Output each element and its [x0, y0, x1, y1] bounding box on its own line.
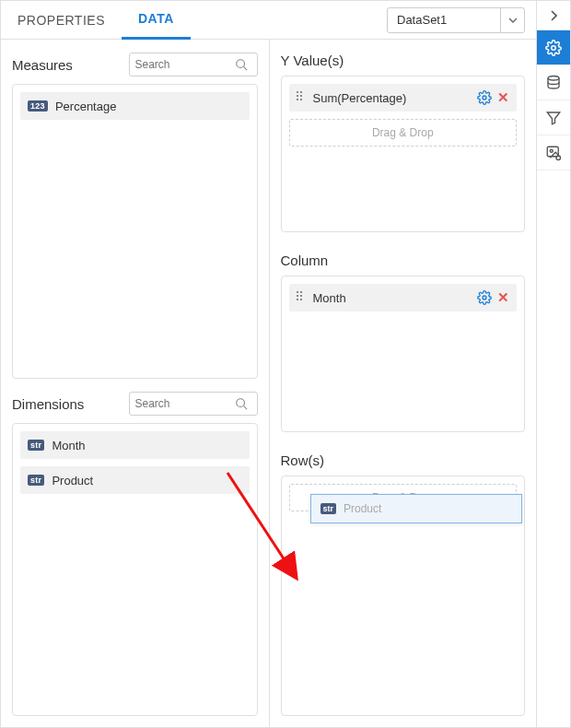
chevron-down-icon [500, 8, 524, 32]
svg-point-5 [483, 296, 486, 299]
measures-search[interactable] [129, 53, 258, 76]
rows-title: Row(s) [281, 452, 325, 468]
type-badge-string: str [28, 440, 44, 451]
image-gear-icon [545, 145, 562, 161]
dimensions-header: Dimensions [12, 392, 258, 416]
main-panel: PROPERTIES DATA DataSet1 Measures [1, 1, 537, 727]
measure-item[interactable]: 123 Percentage [20, 92, 250, 120]
filter-icon [545, 110, 562, 126]
svg-point-2 [236, 399, 244, 407]
yvalue-label: Sum(Percentage) [313, 91, 471, 105]
dimensions-search[interactable] [129, 392, 258, 416]
rail-image-settings-button[interactable] [537, 135, 570, 170]
dragging-label: Product [344, 502, 381, 515]
dataset-select[interactable]: DataSet1 [387, 7, 525, 33]
dimensions-panel: str Month str Product [12, 423, 258, 716]
type-badge-string: str [320, 503, 337, 514]
right-rail [537, 1, 570, 727]
column-panel[interactable]: Month ✕ [281, 276, 526, 432]
tab-properties[interactable]: PROPERTIES [1, 1, 122, 40]
column-title: Column [281, 252, 329, 268]
rail-data-button[interactable] [537, 65, 570, 100]
svg-line-3 [243, 406, 247, 410]
tab-data[interactable]: DATA [122, 1, 191, 40]
gear-icon [545, 40, 562, 56]
dimensions-search-input[interactable] [135, 397, 235, 410]
yvalue-chip[interactable]: Sum(Percentage) ✕ [289, 84, 518, 112]
right-column: Y Value(s) Sum(Percentage) ✕ [269, 40, 537, 727]
measures-title: Measures [12, 57, 73, 73]
measure-label: Percentage [55, 100, 242, 113]
column-chip[interactable]: Month ✕ [289, 284, 518, 311]
rail-settings-button[interactable] [537, 30, 570, 65]
rows-panel[interactable]: Drag & Drop str Product [281, 476, 526, 716]
measures-header: Measures [12, 53, 258, 76]
app-root: PROPERTIES DATA DataSet1 Measures [0, 0, 571, 728]
database-icon [545, 75, 562, 91]
column-label: Month [313, 291, 471, 305]
type-badge-string: str [28, 475, 44, 486]
dropzone-label: Drag & Drop [372, 126, 434, 139]
type-badge-numeric: 123 [28, 100, 48, 112]
left-column: Measures 123 Percentage Dimensi [1, 40, 269, 727]
measures-panel: 123 Percentage [12, 84, 258, 379]
tab-bar: PROPERTIES DATA DataSet1 [1, 1, 536, 40]
svg-point-10 [550, 149, 553, 152]
search-icon [235, 397, 248, 410]
svg-point-8 [548, 76, 559, 80]
rail-collapse-button[interactable] [537, 1, 570, 30]
column-header: Column [281, 252, 526, 268]
dimension-label: Month [52, 439, 241, 452]
svg-point-4 [483, 96, 486, 100]
dimension-item[interactable]: str Product [20, 466, 250, 494]
rows-header: Row(s) [281, 452, 526, 468]
dimension-label: Product [52, 474, 241, 487]
dataset-selected-label: DataSet1 [388, 13, 500, 27]
yvalues-title: Y Value(s) [281, 53, 344, 68]
dimensions-title: Dimensions [12, 396, 84, 412]
yvalues-panel[interactable]: Sum(Percentage) ✕ Drag & Drop [281, 76, 526, 232]
measures-search-input[interactable] [135, 58, 235, 71]
drag-handle-icon[interactable] [297, 91, 306, 104]
yvalues-dropzone[interactable]: Drag & Drop [289, 119, 518, 147]
content-area: Measures 123 Percentage Dimensi [1, 40, 536, 727]
gear-icon[interactable] [477, 90, 492, 105]
close-icon[interactable]: ✕ [497, 89, 509, 106]
yvalues-header: Y Value(s) [281, 53, 526, 68]
dimension-item[interactable]: str Month [20, 431, 250, 459]
svg-point-0 [236, 60, 244, 68]
close-icon[interactable]: ✕ [497, 289, 509, 306]
svg-point-7 [552, 45, 556, 50]
svg-line-1 [243, 67, 247, 71]
drag-handle-icon[interactable] [297, 291, 306, 304]
dragging-chip[interactable]: str Product [310, 494, 522, 523]
rail-filter-button[interactable] [537, 100, 570, 135]
search-icon [235, 58, 248, 71]
gear-icon[interactable] [477, 290, 492, 305]
rows-dropzone[interactable]: Drag & Drop str Product [289, 484, 518, 511]
chevron-right-icon [550, 10, 557, 21]
